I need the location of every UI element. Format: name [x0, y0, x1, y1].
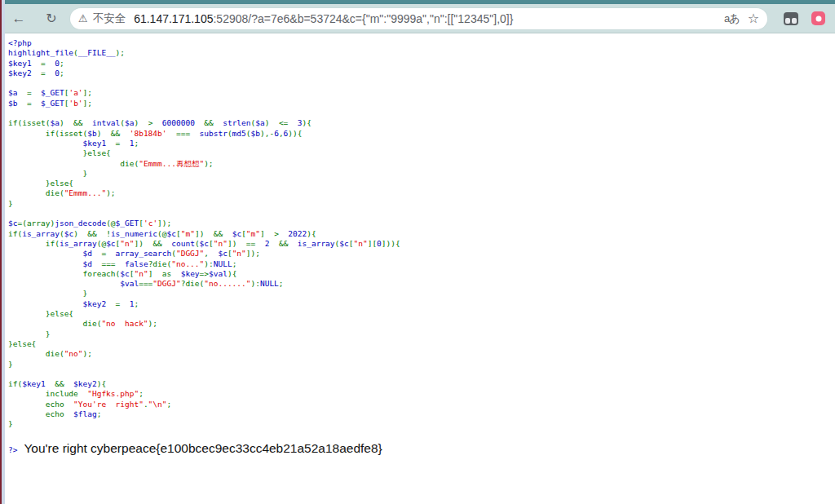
- code-line: }: [8, 289, 835, 298]
- code-line: die("no hack");: [8, 319, 835, 329]
- code-line: $d === false?die("no..."):NULL;: [8, 259, 835, 269]
- code-line: echo "You're right"."\n";: [8, 400, 835, 409]
- php-output-line: ?> You're right cyberpeace{e100bcec9ec33…: [8, 441, 835, 456]
- code-line: die("Emmm...再想想");: [8, 159, 835, 169]
- url-path: :52908/?a=7e6&b=53724&c={"m":"9999a","n"…: [213, 12, 513, 25]
- code-line: }: [8, 360, 835, 369]
- window-left-strip: [2, 0, 5, 504]
- code-line: $key2 = 1;: [8, 299, 835, 309]
- php-close-tag: ?>: [8, 445, 17, 454]
- code-line: foreach($c["n"] as $key=>$val){: [8, 269, 835, 279]
- address-bar[interactable]: ⚠ 不安全 61.147.171.105:52908/?a=7e6&b=5372…: [70, 8, 767, 29]
- url-host: 61.147.171.105: [134, 12, 213, 25]
- code-line: if(is_array($c) && !is_numeric(@$c["m"])…: [8, 229, 835, 239]
- extension-icon[interactable]: [784, 12, 798, 25]
- window-top-frame: [0, 0, 835, 4]
- code-line: if(is_array(@$c["n"]) && count($c["n"]) …: [8, 239, 835, 249]
- code-line: [8, 108, 835, 118]
- flag-output-text: You're right cyberpeace{e100bcec9ec33cc4…: [24, 441, 382, 456]
- code-line: }: [8, 419, 835, 429]
- code-line: }else{: [8, 179, 835, 188]
- code-line: $key1 = 0;: [8, 59, 835, 69]
- code-line: $key1 = 1;: [8, 139, 835, 148]
- code-line: $c=(array)json_decode(@$_GET['c']);: [8, 219, 835, 228]
- page-content: <?phphighlight_file(__FILE__);$key1 = 0;…: [5, 33, 835, 504]
- code-line: [8, 78, 835, 88]
- code-line: $a = $_GET['a'];: [8, 88, 835, 98]
- code-line: <?php: [8, 38, 835, 48]
- code-line: [8, 369, 835, 379]
- code-line: }else{: [8, 148, 835, 158]
- code-line: }: [8, 199, 835, 209]
- code-line: $d = array_search("DGGJ", $c["n"]);: [8, 249, 835, 259]
- bookmark-star-icon[interactable]: ☆: [748, 11, 759, 26]
- code-block: <?phphighlight_file(__FILE__);$key1 = 0;…: [8, 38, 835, 430]
- code-line: }: [8, 169, 835, 179]
- code-line: if($key1 && $key2){: [8, 379, 835, 389]
- code-line: die("Emmm...");: [8, 188, 835, 198]
- browser-toolbar: ← ↻ ⚠ 不安全 61.147.171.105:52908/?a=7e6&b=…: [0, 4, 835, 33]
- red-extension-icon[interactable]: [811, 11, 825, 25]
- code-line: $val==="DGGJ"?die("no......"):NULL;: [8, 279, 835, 289]
- code-line: echo $flag;: [8, 409, 835, 419]
- omnibox-actions: aあ ☆: [724, 11, 759, 26]
- code-line: [8, 209, 835, 219]
- code-line: $b = $_GET['b'];: [8, 99, 835, 108]
- code-line: }: [8, 329, 835, 339]
- back-icon[interactable]: ←: [8, 8, 29, 29]
- not-secure-warning-icon[interactable]: ⚠: [78, 12, 88, 24]
- not-secure-label[interactable]: 不安全: [93, 11, 126, 26]
- code-line: include "Hgfks.php";: [8, 389, 835, 399]
- code-line: if(isset($a) && intval($a) > 6000000 && …: [8, 118, 835, 128]
- url-text[interactable]: 61.147.171.105:52908/?a=7e6&b=53724&c={"…: [134, 12, 718, 25]
- reload-icon[interactable]: ↻: [41, 8, 62, 29]
- code-line: }else{: [8, 309, 835, 319]
- code-line: $key2 = 0;: [8, 69, 835, 78]
- translate-icon[interactable]: aあ: [724, 11, 740, 26]
- code-line: highlight_file(__FILE__);: [8, 48, 835, 58]
- code-line: die("no");: [8, 349, 835, 359]
- code-line: if(isset($b) && '8b184b' === substr(md5(…: [8, 129, 835, 139]
- code-line: }else{: [8, 339, 835, 349]
